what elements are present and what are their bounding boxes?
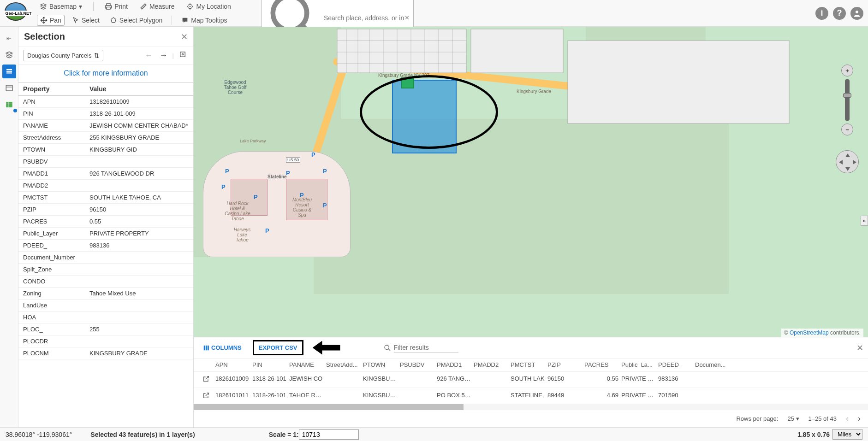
column-header[interactable]: PIN bbox=[251, 361, 288, 368]
column-header[interactable]: PZIP bbox=[546, 361, 583, 368]
grid-horizontal-scrollbar[interactable] bbox=[194, 404, 868, 410]
side-selection-icon[interactable] bbox=[2, 65, 16, 78]
layer-select[interactable]: Douglas County Parcels ⇅ bbox=[23, 50, 103, 61]
next-page-button[interactable]: › bbox=[858, 414, 861, 423]
selected-parcels-highlight bbox=[392, 80, 457, 153]
grid-close-button[interactable]: ✕ bbox=[856, 343, 863, 353]
osm-link[interactable]: OpenStreetMap bbox=[790, 329, 829, 336]
open-row-button[interactable] bbox=[201, 375, 214, 384]
svg-point-1 bbox=[190, 6, 190, 6]
property-row: Document_Number bbox=[18, 252, 193, 264]
cell: 89449 bbox=[546, 392, 583, 400]
property-name: PMADD2 bbox=[18, 180, 85, 192]
export-csv-button[interactable]: EXPORT CSV bbox=[253, 340, 303, 355]
column-header[interactable]: APN bbox=[214, 361, 251, 368]
property-row: PSUBDV bbox=[18, 156, 193, 168]
cell: TAHOE REG bbox=[288, 392, 325, 400]
open-row-button[interactable] bbox=[201, 392, 214, 400]
cell: SOUTH LAK bbox=[509, 375, 546, 384]
property-name: PTOWN bbox=[18, 144, 85, 156]
search-input[interactable] bbox=[324, 14, 404, 22]
column-header[interactable]: PSUBDV bbox=[398, 361, 435, 368]
map-tooltips-button[interactable]: Map Tooltips bbox=[178, 15, 230, 25]
zoom-slider-thumb[interactable] bbox=[843, 93, 851, 98]
unit-select[interactable]: Miles bbox=[832, 429, 862, 440]
svg-rect-23 bbox=[204, 345, 205, 350]
parcel-grid-svg bbox=[258, 27, 868, 137]
property-name: PDEED_ bbox=[18, 240, 85, 252]
header-property: Property bbox=[18, 82, 85, 96]
side-layers-icon[interactable] bbox=[2, 48, 16, 62]
select-tool-button[interactable]: Select bbox=[69, 15, 102, 25]
panel-close-button[interactable]: ✕ bbox=[181, 32, 188, 42]
side-collapse-icon[interactable]: ⇤ bbox=[2, 31, 16, 45]
panel-icon bbox=[5, 84, 13, 92]
column-header[interactable]: PANAME bbox=[288, 361, 325, 368]
rows-per-page-select[interactable]: 25 ▾ bbox=[787, 415, 799, 422]
my-location-button[interactable]: My Location bbox=[184, 1, 233, 12]
map-area[interactable]: Kingsbury Grade NV 207 Kingsbury Grade E… bbox=[194, 27, 868, 427]
table-icon bbox=[5, 100, 13, 109]
property-row: PACRES0.55 bbox=[18, 216, 193, 228]
cell bbox=[472, 392, 509, 400]
columns-button[interactable]: COLUMNS bbox=[198, 341, 246, 354]
column-header[interactable]: PACRES bbox=[583, 361, 620, 368]
pan-tool-button[interactable]: Pan bbox=[37, 15, 65, 26]
cell: PRIVATE PR bbox=[620, 392, 657, 400]
column-header[interactable]: PMADD1 bbox=[435, 361, 472, 368]
zoom-in-button[interactable]: + bbox=[841, 65, 853, 76]
table-row[interactable]: 18261010091318-26-101JEWISH COKINGSBURY9… bbox=[194, 371, 868, 388]
property-row: PLOCNMKINGSBURY GRADE bbox=[18, 347, 193, 359]
filter-input[interactable] bbox=[394, 343, 458, 353]
select-polygon-button[interactable]: Select Polygon bbox=[107, 15, 165, 25]
column-header[interactable]: PMADD2 bbox=[472, 361, 509, 368]
column-header[interactable]: PDEED_ bbox=[657, 361, 694, 368]
print-button[interactable]: Print bbox=[102, 1, 131, 12]
property-value bbox=[85, 312, 193, 323]
clear-search-icon[interactable]: ✕ bbox=[404, 14, 410, 21]
ruler-icon bbox=[140, 3, 147, 10]
map-attribution: © OpenStreetMap contributors. bbox=[781, 329, 863, 337]
table-row[interactable]: 18261010111318-26-101TAHOE REGKINGSBURYP… bbox=[194, 388, 868, 404]
prev-page-button[interactable]: ‹ bbox=[846, 414, 849, 423]
list-icon bbox=[5, 67, 13, 76]
column-header[interactable]: PTOWN bbox=[362, 361, 398, 368]
svg-rect-8 bbox=[337, 29, 466, 73]
filter-area bbox=[384, 343, 458, 353]
measure-button[interactable]: Measure bbox=[137, 1, 177, 12]
column-header[interactable]: Documen... bbox=[694, 361, 731, 368]
help-button[interactable]: ? bbox=[833, 7, 846, 20]
zoom-to-button[interactable] bbox=[177, 50, 189, 61]
next-feature-button[interactable]: → bbox=[158, 51, 170, 60]
property-name: PLOCNM bbox=[18, 347, 85, 359]
prev-feature-button[interactable]: ← bbox=[143, 51, 155, 60]
hardrock-label: Hard Rock Hotel & Casino Lake Tahoe bbox=[224, 201, 251, 221]
annotation-arrow bbox=[313, 341, 340, 355]
side-table-icon[interactable] bbox=[2, 98, 16, 112]
road-label-2: Kingsbury Grade bbox=[517, 89, 551, 94]
property-row: PMCTSTSOUTH LAKE TAHOE, CA bbox=[18, 192, 193, 204]
svg-rect-4 bbox=[6, 85, 12, 91]
property-value: 255 bbox=[85, 323, 193, 335]
grid-footer: Rows per page: 25 ▾ 1–25 of 43 ‹ › bbox=[194, 410, 868, 427]
zoom-out-button[interactable]: − bbox=[841, 123, 853, 135]
basemap-button[interactable]: Basemap ▾ bbox=[37, 1, 85, 12]
zoom-slider[interactable] bbox=[845, 79, 850, 121]
parking-icon: P bbox=[286, 170, 290, 176]
property-value bbox=[85, 276, 193, 288]
info-link[interactable]: Click for more information bbox=[18, 65, 193, 82]
column-header[interactable]: PMCTST bbox=[509, 361, 546, 368]
info-button[interactable]: i bbox=[815, 7, 828, 20]
account-button[interactable] bbox=[850, 7, 863, 20]
scale-input[interactable] bbox=[299, 429, 359, 440]
property-name: PSUBDV bbox=[18, 156, 85, 168]
property-name: PMCTST bbox=[18, 192, 85, 204]
side-panel-icon[interactable] bbox=[2, 81, 16, 95]
scrollbar-thumb[interactable] bbox=[194, 404, 464, 410]
cell: KINGSBURY bbox=[362, 375, 398, 384]
column-header[interactable]: Public_La... bbox=[620, 361, 657, 368]
pan-wheel[interactable] bbox=[836, 150, 859, 173]
column-header[interactable]: StreetAdd... bbox=[325, 361, 362, 368]
collapse-map-tab[interactable]: « bbox=[861, 216, 868, 226]
property-name: PMADD1 bbox=[18, 168, 85, 180]
